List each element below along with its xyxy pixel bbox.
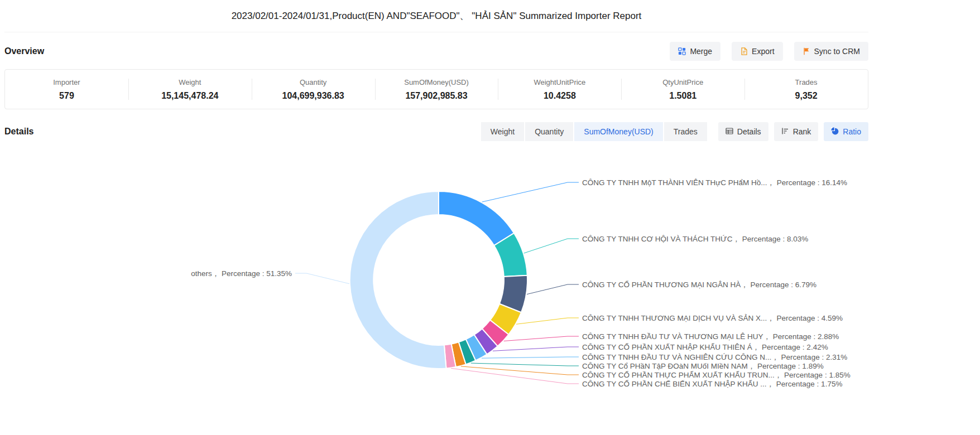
merge-button-label: Merge: [690, 47, 712, 56]
page-title: 2023/02/01-2024/01/31,Product(EN) AND"SE…: [232, 9, 642, 22]
merge-icon: [678, 47, 686, 55]
view-tab-rank[interactable]: Rank: [774, 122, 819, 141]
view-tab-group: Details Rank Ratio: [718, 122, 868, 141]
stat-value: 157,902,985.83: [405, 91, 467, 101]
pie-label-8: CÔNG TY CỔ PHẦN THỰC PHẨM XUẤT KHẨU TRUN…: [582, 371, 851, 379]
stat-quantity: Quantity 104,699,936.83: [252, 70, 375, 109]
view-tab-ratio-label: Ratio: [843, 127, 861, 136]
rank-icon: [781, 127, 789, 137]
pie-label-line-1: [524, 239, 579, 253]
view-tab-rank-label: Rank: [793, 127, 811, 136]
stat-trades: Trades 9,352: [744, 70, 868, 109]
pie-label-7: CÔNG TY Cổ PHầN TậP ĐOàN MUốI MIềN NAM， …: [582, 362, 824, 370]
stat-value: 104,699,936.83: [282, 91, 344, 101]
flag-icon: [803, 47, 810, 55]
tab-weight[interactable]: Weight: [481, 122, 524, 141]
pie-label-line-10: [295, 273, 349, 284]
pie-label-1: CÔNG TY TNHH CƠ HỘI VÀ THÁCH THỨC， Perce…: [582, 235, 808, 243]
pie-label-6: CÔNG TY TNHH ĐẦU TƯ VÀ NGHIÊN CỨU CÔNG N…: [582, 353, 847, 361]
pie-label-2: CÔNG TY CỔ PHẦN THƯƠNG MẠI NGÂN HÀ， Perc…: [582, 281, 816, 289]
pie-label-line-0: [482, 182, 579, 202]
details-heading: Details: [4, 127, 33, 137]
stat-label: Weight: [179, 78, 201, 86]
stat-label: SumOfMoney(USD): [404, 78, 469, 86]
pie-label-9: CÔNG TY CỔ PHẦN CHẾ BIẾN XUẤT NHẬP KHẨU …: [582, 380, 842, 388]
pie-chart-svg: CÔNG TY TNHH MộT THÀNH VIÊN THựC PHẩM Hồ…: [0, 146, 980, 435]
table-icon: [726, 127, 733, 137]
stat-label: Quantity: [300, 78, 326, 86]
merge-button[interactable]: Merge: [670, 42, 720, 61]
stat-weight-unit-price: WeightUnitPrice 10.4258: [498, 70, 621, 109]
stat-label: QtyUnitPrice: [662, 78, 703, 86]
pie-label-3: CÔNG TY TNHH THƯƠNG MẠI DỊCH VỤ VÀ SẢN X…: [582, 314, 843, 322]
pie-label-4: CÔNG TY TNHH ĐẦU TƯ VÀ THƯƠNG MẠI LÊ HUY…: [582, 332, 839, 341]
export-button-label: Export: [752, 47, 774, 56]
export-icon: [740, 47, 748, 55]
tab-trades[interactable]: Trades: [664, 122, 707, 141]
pie-label-5: CÔNG TY CỔ PHẦN XUẤT NHẬP KHẨU THIÊN Á， …: [582, 343, 828, 351]
pie-label-line-2: [527, 284, 579, 294]
view-tab-ratio[interactable]: Ratio: [824, 122, 868, 141]
pie-label-line-8: [461, 366, 579, 375]
pie-label-line-3: [516, 318, 579, 324]
pie-label-0: CÔNG TY TNHH MộT THÀNH VIÊN THựC PHẩM Hồ…: [582, 178, 847, 187]
pie-slice-10[interactable]: [350, 191, 446, 369]
stat-weight: Weight 15,145,478.24: [128, 70, 252, 109]
export-button[interactable]: Export: [732, 42, 782, 61]
sync-to-crm-button[interactable]: Sync to CRM: [794, 42, 868, 61]
details-controls: Weight Quantity SumOfMoney(USD) Trades D…: [481, 122, 868, 141]
stat-value: 579: [59, 91, 74, 101]
pie-label-10: others， Percentage : 51.35%: [191, 269, 292, 278]
overview-header-row: Overview Merge Export Sync to CRM: [4, 41, 868, 61]
stat-value: 10.4258: [544, 91, 576, 101]
pie-label-line-4: [504, 336, 579, 341]
details-header-row: Details Weight Quantity SumOfMoney(USD) …: [4, 122, 868, 142]
pie-label-line-6: [482, 357, 579, 358]
pie-label-line-7: [471, 363, 579, 366]
overview-stats-panel: Importer 579 Weight 15,145,478.24 Quanti…: [4, 69, 868, 109]
stat-sum-of-money: SumOfMoney(USD) 157,902,985.83: [375, 70, 498, 109]
pie-icon: [831, 127, 839, 137]
stat-importer: Importer 579: [5, 70, 128, 109]
tab-sum-of-money-usd[interactable]: SumOfMoney(USD): [574, 122, 662, 141]
report-title-bar: 2023/02/01-2024/01/31,Product(EN) AND"SE…: [4, 0, 868, 32]
stat-label: Trades: [795, 78, 818, 86]
stat-label: WeightUnitPrice: [534, 78, 585, 86]
view-tab-details-label: Details: [737, 127, 761, 136]
stat-label: Importer: [53, 78, 80, 86]
stat-qty-unit-price: QtyUnitPrice 1.5081: [621, 70, 744, 109]
stat-value: 15,145,478.24: [161, 91, 218, 101]
view-tab-details[interactable]: Details: [718, 122, 768, 141]
stat-value: 9,352: [795, 91, 818, 101]
overview-heading: Overview: [4, 46, 44, 56]
pie-label-line-5: [493, 347, 579, 351]
overview-actions: Merge Export Sync to CRM: [670, 42, 868, 61]
metric-tab-group: Weight Quantity SumOfMoney(USD) Trades: [481, 122, 707, 141]
tab-quantity[interactable]: Quantity: [525, 122, 573, 141]
importer-ratio-pie-chart: CÔNG TY TNHH MộT THÀNH VIÊN THựC PHẩM Hồ…: [0, 146, 980, 435]
pie-slice-0[interactable]: [439, 191, 514, 245]
sync-to-crm-button-label: Sync to CRM: [814, 47, 860, 56]
stat-value: 1.5081: [669, 91, 696, 101]
